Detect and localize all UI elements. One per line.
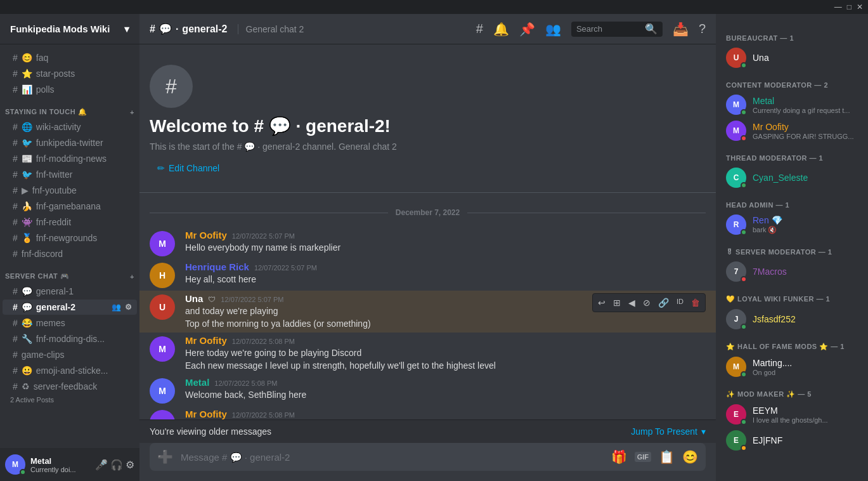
channel-settings-icon[interactable]: ⚙: [125, 303, 132, 312]
channel-item-fnf-modding-news[interactable]: # 📰 fnf-modding-news: [3, 151, 137, 166]
minimize-button[interactable]: —: [834, 3, 842, 11]
member-item-cyan-seleste[interactable]: C Cyan_Seleste: [721, 165, 863, 190]
bookmark-button[interactable]: ⊘: [640, 295, 653, 310]
member-name-7macros: 7Macros: [753, 267, 858, 277]
role-header-server-mod: 🎖 SERVER MODERATOR — 1: [721, 238, 863, 258]
member-item-ren[interactable]: R Ren 💎 bark 🔇: [721, 212, 863, 237]
sticker-button[interactable]: 📋: [659, 449, 675, 465]
category-add-icon[interactable]: +: [130, 109, 134, 116]
channel-item-fnf-twitter[interactable]: # 🐦 fnf-twitter: [3, 167, 137, 182]
member-info-mr-oofity: Mr Oofity GASPING FOR AIR! STRUGG...: [753, 122, 858, 140]
msg-author[interactable]: Mr Oofity: [185, 409, 227, 419]
search-bar: 🔍: [571, 22, 663, 37]
member-item-marting[interactable]: M Marting.... On god: [721, 354, 863, 379]
channel-emoji-newgrounds: 🏅: [22, 233, 32, 243]
settings-button[interactable]: ⚙: [126, 459, 134, 471]
channel-emoji-general2: 💬: [22, 302, 32, 312]
msg-author[interactable]: Metal: [185, 377, 209, 388]
messages-area[interactable]: # Welcome to # 💬 · general-2! This is th…: [139, 44, 716, 419]
category-server-chat[interactable]: SERVER CHAT 🎮 +: [0, 262, 139, 283]
msg-author[interactable]: Mr Oofity: [185, 230, 227, 240]
member-item-mr-oofity[interactable]: M Mr Oofity GASPING FOR AIR! STRUGG...: [721, 118, 863, 143]
msg-text: Hello everybody my name is markeplier: [185, 242, 706, 254]
back-button[interactable]: ◀: [626, 295, 638, 310]
emoji-button[interactable]: 😊: [682, 449, 698, 465]
server-header[interactable]: Funkipedia Mods Wiki ▾: [0, 14, 139, 44]
close-button[interactable]: ✕: [857, 3, 863, 11]
channel-item-fnf-reddit[interactable]: # 👾 fnf-reddit: [3, 214, 137, 230]
edit-channel-button[interactable]: ✏ Edit Channel: [150, 159, 227, 177]
channel-item-faq[interactable]: # 😊 faq: [3, 50, 137, 65]
thread-button[interactable]: ⊞: [611, 295, 623, 310]
gif-button[interactable]: GIF: [635, 452, 651, 462]
channel-item-fnf-modding-dis[interactable]: # 🔧 fnf-modding-dis...: [3, 331, 137, 346]
channel-item-fnf-youtube[interactable]: # ▶ fnf-youtube: [3, 183, 137, 198]
member-info-metal: Metal Currently doing a gif request t...: [753, 96, 858, 114]
member-avatar-marting: M: [726, 357, 746, 377]
msg-avatar: M: [150, 378, 175, 404]
category-staying-in-touch[interactable]: STAYING IN TOUCH 🔔 +: [0, 98, 139, 119]
channel-item-server-feedback[interactable]: # ♻ server-feedback: [3, 379, 137, 394]
members-icon[interactable]: 👥: [545, 22, 561, 37]
member-status-metal: [741, 109, 747, 115]
msg-author[interactable]: Henrique Rick: [185, 261, 249, 272]
member-item-ejfnf[interactable]: E EJ|FNF: [721, 428, 863, 453]
channel-item-emoji-stickers[interactable]: # 😀 emoji-and-sticke...: [3, 363, 137, 378]
member-item-eeym[interactable]: E EEYM I love all the ghosts/gh...: [721, 402, 863, 427]
channel-hash-icon: #: [13, 84, 18, 95]
channel-item-fnf-newgrounds[interactable]: # 🏅 fnf-newgrounds: [3, 230, 137, 246]
jump-to-present-button[interactable]: Jump To Present ▾: [631, 426, 706, 437]
channel-item-wiki-activity[interactable]: # 🌐 wiki-activity: [3, 119, 137, 135]
msg-time: 12/07/2022 5:08 PM: [214, 379, 277, 387]
deafen-button[interactable]: 🎧: [110, 459, 123, 471]
older-messages-banner: You're viewing older messages Jump To Pr…: [139, 419, 716, 443]
channel-item-star-posts[interactable]: # ⭐ star-posts: [3, 66, 137, 81]
react-button[interactable]: ↩: [595, 295, 608, 310]
member-name-jsfasdf: Jsfasdf252: [753, 314, 858, 324]
channel-item-funkipedia-twitter[interactable]: # 🐦 funkipedia-twitter: [3, 135, 137, 150]
channel-item-fnf-gamebanana[interactable]: # 🍌 fnf-gamebanana: [3, 199, 137, 214]
channel-item-game-clips[interactable]: # game-clips: [3, 347, 137, 362]
maximize-button[interactable]: □: [847, 3, 852, 11]
msg-author[interactable]: Mr Oofity: [185, 335, 227, 346]
channel-emoji-general1: 💬: [22, 286, 32, 296]
msg-content: Mr Oofity 12/07/2022 5:08 PM Here today …: [185, 335, 706, 372]
member-item-7macros[interactable]: 7 7Macros: [721, 259, 863, 284]
member-item-jsfasdf[interactable]: J Jsfasdf252: [721, 306, 863, 332]
link-button[interactable]: 🔗: [656, 295, 671, 310]
member-item-metal[interactable]: M Metal Currently doing a gif request t.…: [721, 92, 863, 117]
category-add-chat-icon[interactable]: +: [130, 273, 134, 280]
search-input[interactable]: [576, 24, 641, 34]
channel-item-general-1[interactable]: # 💬 general-1: [3, 284, 137, 299]
member-avatar-una: U: [726, 48, 746, 68]
add-attachment-button[interactable]: ➕: [157, 449, 173, 465]
channel-header-bubble: 💬: [159, 23, 172, 35]
channel-members-icon[interactable]: 👥: [112, 303, 121, 312]
channel-item-general-2[interactable]: # 💬 general-2 👥 ⚙: [3, 300, 137, 315]
channel-item-memes[interactable]: # 😂 memes: [3, 315, 137, 331]
member-sub-eeym: I love all the ghosts/gh...: [753, 416, 858, 424]
pin-icon[interactable]: 📌: [519, 22, 535, 37]
channel-name-star-posts: star-posts: [36, 69, 132, 79]
channel-item-fnf-discord[interactable]: # fnf-discord: [3, 246, 137, 261]
member-name-eeym: EEYM: [753, 405, 858, 416]
help-icon[interactable]: ?: [699, 22, 706, 36]
bell-icon[interactable]: 🔔: [493, 22, 509, 37]
channel-name-memes: memes: [36, 318, 132, 328]
channel-item-polls[interactable]: # 📊 polls: [3, 82, 137, 97]
app-body: Funkipedia Mods Wiki ▾ # 😊 faq # ⭐ star-…: [0, 14, 868, 481]
mute-button[interactable]: 🎤: [95, 459, 108, 471]
id-button[interactable]: ID: [674, 295, 686, 310]
hashtag-icon[interactable]: #: [476, 22, 483, 36]
member-info-eeym: EEYM I love all the ghosts/gh...: [753, 405, 858, 424]
gift-button[interactable]: 🎁: [611, 449, 627, 465]
inbox-icon[interactable]: 📥: [673, 22, 689, 37]
delete-button[interactable]: 🗑: [689, 295, 703, 310]
msg-avatar: M: [150, 410, 175, 419]
member-item-una[interactable]: U Una: [721, 45, 863, 70]
message-input[interactable]: [181, 445, 604, 470]
msg-author[interactable]: Una: [185, 293, 203, 304]
member-status-marting: [741, 371, 747, 378]
msg-time: 12/07/2022 5:08 PM: [232, 338, 295, 345]
member-sidebar: BUREAUCRAT — 1 U Una CONTENT MODERATOR —…: [716, 14, 868, 481]
